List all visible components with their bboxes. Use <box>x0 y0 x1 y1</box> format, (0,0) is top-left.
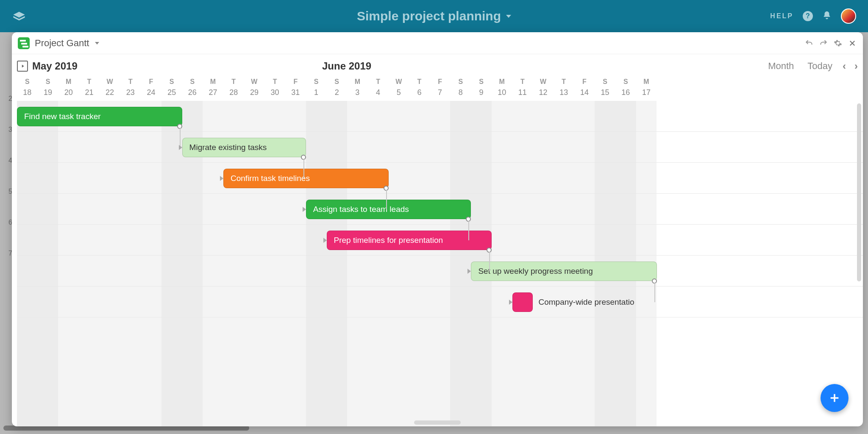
day-column: S26 <box>182 78 203 101</box>
gantt-vertical-scrollbar[interactable] <box>857 101 861 426</box>
day-column: S25 <box>161 78 182 101</box>
day-column: S9 <box>471 78 492 101</box>
dependency-arrow-icon <box>467 269 471 274</box>
board-row-number: 3 <box>0 114 12 145</box>
notifications-icon[interactable] <box>822 11 832 22</box>
day-of-week: M <box>58 78 79 88</box>
dependency-arrow-icon <box>220 176 223 181</box>
redo-button[interactable] <box>819 39 828 48</box>
day-of-month: 21 <box>79 88 100 101</box>
app-logo-icon[interactable] <box>12 11 26 21</box>
day-column: M27 <box>203 78 223 101</box>
day-of-month: 18 <box>17 88 38 101</box>
dependency-arrow-icon <box>509 300 512 305</box>
task-bar[interactable]: Find new task tracker <box>17 107 182 126</box>
day-of-week: S <box>161 78 182 88</box>
day-of-week: W <box>388 78 409 88</box>
user-avatar[interactable] <box>841 8 856 24</box>
day-column: S16 <box>615 78 636 101</box>
day-of-month: 3 <box>347 88 368 101</box>
gantt-chart-icon <box>18 37 30 49</box>
gantt-grid[interactable]: Find new task trackerMigrate existing ta… <box>12 101 863 426</box>
task-row: Assign tasks to team leads <box>17 194 863 225</box>
sidebar-toggle-button[interactable] <box>17 61 28 72</box>
task-bar[interactable]: Assign tasks to team leads <box>306 200 471 219</box>
help-link[interactable]: HELP <box>770 12 793 20</box>
day-of-week: S <box>615 78 636 88</box>
day-of-week: S <box>38 78 58 88</box>
task-row: Migrate existing tasks <box>17 132 863 163</box>
task-bar[interactable]: Confirm task timelines <box>223 169 389 188</box>
day-column: M10 <box>492 78 512 101</box>
day-of-week: M <box>347 78 368 88</box>
day-of-month: 13 <box>554 88 574 101</box>
gantt-horizontal-scrollbar[interactable] <box>414 420 461 425</box>
day-of-month: 30 <box>264 88 285 101</box>
help-icon[interactable]: ? <box>803 11 813 21</box>
prev-period-button[interactable]: ‹ <box>843 60 846 72</box>
day-of-week: T <box>264 78 285 88</box>
task-row: Company-wide presentatio <box>17 287 863 317</box>
day-column: T6 <box>409 78 430 101</box>
panel-dropdown[interactable] <box>95 42 99 45</box>
day-of-month: 6 <box>409 88 430 101</box>
day-of-week: W <box>244 78 265 88</box>
day-column: T13 <box>554 78 574 101</box>
day-column: S19 <box>38 78 58 101</box>
day-of-month: 7 <box>430 88 451 101</box>
day-of-month: 25 <box>161 88 182 101</box>
add-task-button[interactable] <box>821 384 849 412</box>
day-of-week: T <box>120 78 141 88</box>
day-column: S18 <box>17 78 38 101</box>
panel-header: Project Gantt <box>12 32 863 54</box>
gantt-panel: Project Gantt May 2019 June 2019 Month T… <box>12 32 863 426</box>
day-of-week: T <box>79 78 100 88</box>
day-of-week: F <box>430 78 451 88</box>
today-button[interactable]: Today <box>807 61 832 72</box>
task-bar[interactable]: Company-wide presentatio <box>512 292 533 312</box>
day-column: F14 <box>574 78 595 101</box>
close-button[interactable] <box>848 39 857 48</box>
day-column: S8 <box>450 78 471 101</box>
day-of-month: 10 <box>492 88 512 101</box>
day-of-week: T <box>512 78 533 88</box>
timescale-dropdown[interactable]: Month <box>768 61 797 72</box>
day-of-month: 15 <box>595 88 615 101</box>
day-of-week: S <box>326 78 347 88</box>
day-column: W29 <box>244 78 265 101</box>
chevron-down-icon <box>506 15 511 18</box>
day-of-week: M <box>203 78 223 88</box>
day-of-month: 23 <box>120 88 141 101</box>
day-of-week: T <box>223 78 244 88</box>
task-label: Company-wide presentatio <box>538 298 634 307</box>
day-of-month: 20 <box>58 88 79 101</box>
day-column: T30 <box>264 78 285 101</box>
day-of-month: 26 <box>182 88 203 101</box>
day-of-week: S <box>306 78 327 88</box>
day-of-month: 1 <box>306 88 327 101</box>
gantt-toolbar: May 2019 June 2019 Month Today ‹ › <box>12 54 863 78</box>
day-column: S1 <box>306 78 327 101</box>
dependency-arrow-icon <box>179 145 182 150</box>
day-column: S2 <box>326 78 347 101</box>
board-title-dropdown[interactable]: Simple project planning <box>357 9 511 23</box>
day-column: T23 <box>120 78 141 101</box>
task-bar[interactable]: Prep timelines for presentation <box>327 231 492 250</box>
day-of-week: M <box>492 78 512 88</box>
board-row-number: 6 <box>0 207 12 238</box>
task-bar[interactable]: Migrate existing tasks <box>182 138 306 157</box>
undo-button[interactable] <box>804 39 814 48</box>
day-of-week: S <box>182 78 203 88</box>
day-of-week: F <box>141 78 161 88</box>
next-period-button[interactable]: › <box>854 60 858 72</box>
day-of-month: 29 <box>244 88 265 101</box>
day-of-week: T <box>409 78 430 88</box>
day-of-month: 12 <box>533 88 554 101</box>
board-row-number: 5 <box>0 176 12 207</box>
month-label-2: June 2019 <box>322 60 371 72</box>
settings-button[interactable] <box>833 39 843 48</box>
task-bar[interactable]: Set up weekly progress meeting <box>471 262 657 281</box>
app-topbar: Simple project planning HELP ? <box>0 0 868 32</box>
day-of-month: 19 <box>38 88 58 101</box>
day-of-week: T <box>554 78 574 88</box>
